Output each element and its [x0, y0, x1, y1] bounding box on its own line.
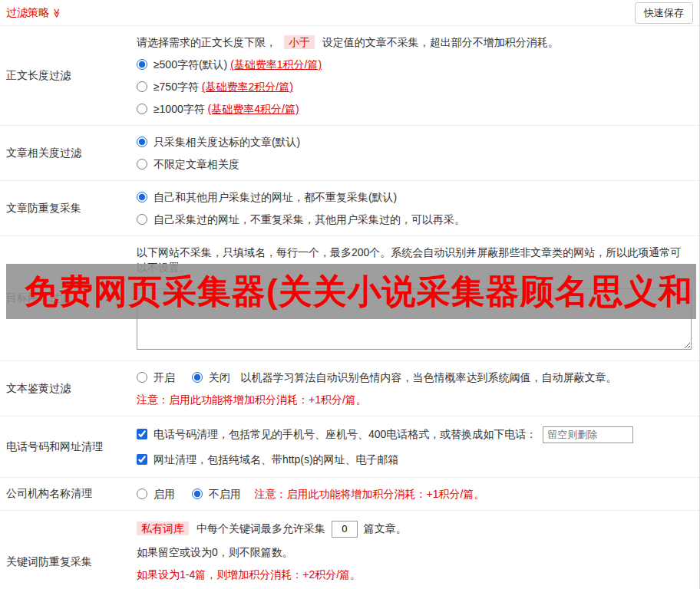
length-option-1000: ≥1000字符 (基础费率4积分/篇) — [137, 101, 692, 117]
keyword-note-cost: 如果设为1-4篇，则增加积分消耗：+2积分/篇。 — [137, 567, 692, 582]
length-filter-intro: 请选择需求的正文长度下限， 小于 设定值的文章不采集，超出部分不增加积分消耗。 — [137, 35, 692, 50]
relevance-option-any-label[interactable]: 不限定文章相关度 — [137, 158, 239, 170]
porn-off-text: 关闭 — [209, 371, 230, 383]
company-cleanup-note: 注意：启用此功能将增加积分消耗：+1积分/篇。 — [255, 488, 485, 500]
phone-cleanup-text: 电话号码清理，包括常见的手机号、座机号、400电话格式，或替换成如下电话： — [154, 428, 537, 440]
porn-on-radio[interactable] — [137, 372, 147, 383]
url-cleanup-label[interactable]: 网址清理，包括纯域名、带http(s)的网址、电子邮箱 — [137, 453, 399, 466]
page-header: 过滤策略 ≫ 快速保存 — [0, 0, 699, 26]
company-off-radio[interactable] — [192, 489, 203, 499]
length-option-750-label[interactable]: ≥750字符 (基础费率2积分/篇) — [137, 81, 293, 93]
porn-on-text: 开启 — [154, 371, 175, 383]
replacement-phone-input[interactable] — [543, 426, 633, 443]
phone-cleanup-label[interactable]: 电话号码清理，包括常见的手机号、座机号、400电话格式，或替换成如下电话： — [137, 428, 540, 440]
row-keyword-dedupe: 关键词防重复采集 私有词库 中每个关键词最多允许采集 篇文章。 如果留空或设为0… — [0, 511, 699, 589]
relevance-option-strict: 只采集相关度达标的文章(默认) — [137, 134, 692, 150]
length-option-500-radio[interactable] — [137, 59, 147, 70]
relevance-option-strict-label[interactable]: 只采集相关度达标的文章(默认) — [137, 136, 300, 148]
dedupe-option-own-text: 自己采集过的网址，不重复采集，其他用户采集过的，可以再采。 — [154, 213, 465, 225]
keyword-count-tail: 篇文章。 — [364, 522, 407, 535]
phone-url-label: 电话号码和网址清理 — [0, 416, 137, 477]
dedupe-option-all-label[interactable]: 自己和其他用户采集过的网址，都不重复采集(默认) — [137, 191, 397, 203]
row-dedupe: 文章防重复采集 自己和其他用户采集过的网址，都不重复采集(默认) 自己采集过的网… — [0, 181, 699, 236]
page-title-text: 过滤策略 — [6, 6, 49, 20]
filter-strategy-page: 过滤策略 ≫ 快速保存 正文长度过滤 请选择需求的正文长度下限， 小于 设定值的… — [0, 0, 700, 589]
private-lexicon-badge: 私有词库 — [137, 522, 189, 535]
dedupe-option-all: 自己和其他用户采集过的网址，都不重复采集(默认) — [137, 189, 692, 205]
keyword-note-unlimited: 如果留空或设为0，则不限篇数。 — [137, 545, 692, 560]
intro-highlight: 小于 — [284, 35, 315, 49]
url-cleanup-checkbox[interactable] — [137, 454, 147, 465]
dedupe-content: 自己和其他用户采集过的网址，都不重复采集(默认) 自己采集过的网址，不重复采集，… — [137, 181, 699, 235]
relevance-filter-label: 文章相关度过滤 — [0, 126, 137, 180]
porn-off-label[interactable]: 关闭 — [192, 371, 233, 383]
length-option-500: ≥500字符(默认) (基础费率1积分/篇) — [137, 57, 692, 72]
length-filter-label: 正文长度过滤 — [0, 26, 137, 125]
porn-off-radio[interactable] — [192, 372, 203, 383]
relevance-option-any-text: 不限定文章相关度 — [154, 158, 239, 170]
page-title[interactable]: 过滤策略 ≫ — [6, 6, 62, 20]
dedupe-option-all-radio[interactable] — [137, 192, 147, 202]
length-option-750-text: ≥750字符 — [154, 81, 202, 93]
row-company-cleanup: 公司机构名称清理 启用 不启用 注意：启用此功能将增加积分消耗：+1积分/篇。 — [0, 478, 699, 511]
company-cleanup-content: 启用 不启用 注意：启用此功能将增加积分消耗：+1积分/篇。 — [137, 478, 699, 510]
relevance-option-strict-radio[interactable] — [137, 137, 147, 147]
relevance-filter-content: 只采集相关度达标的文章(默认) 不限定文章相关度 — [137, 126, 699, 180]
watermark-overlay: 免费网页采集器(关关小说采集器顾名思义和 — [6, 264, 696, 319]
phone-url-content: 电话号码清理，包括常见的手机号、座机号、400电话格式，或替换成如下电话： 网址… — [137, 416, 699, 477]
phone-cleanup-line: 电话号码清理，包括常见的手机号、座机号、400电话格式，或替换成如下电话： — [137, 425, 692, 443]
keyword-dedupe-content: 私有词库 中每个关键词最多允许采集 篇文章。 如果留空或设为0，则不限篇数。 如… — [137, 511, 699, 589]
company-off-label[interactable]: 不启用 — [192, 488, 244, 500]
length-option-500-note: (基础费率1积分/篇) — [230, 58, 322, 71]
keyword-dedupe-label: 关键词防重复采集 — [0, 511, 137, 589]
length-option-750-note: (基础费率2积分/篇) — [202, 81, 293, 93]
relevance-option-strict-text: 只采集相关度达标的文章(默认) — [154, 136, 300, 148]
company-off-text: 不启用 — [209, 488, 241, 500]
dedupe-option-own-radio[interactable] — [137, 214, 147, 225]
relevance-option-any-radio[interactable] — [137, 159, 147, 169]
intro-after: 设定值的文章不采集，超出部分不增加积分消耗。 — [322, 36, 559, 48]
porn-filter-label: 文本鉴黄过滤 — [0, 361, 137, 416]
company-on-label[interactable]: 启用 — [137, 488, 178, 500]
quick-save-button[interactable]: 快速保存 — [635, 2, 693, 24]
watermark-text: 免费网页采集器(关关小说采集器顾名思义和 — [6, 269, 693, 314]
length-option-1000-note: (基础费率4积分/篇) — [208, 103, 299, 115]
row-target-site-filter: 目标网站过滤 以下网站不采集，只填域名，每行一个，最多200个。系统会自动识别并… — [0, 236, 699, 361]
row-phone-url-cleanup: 电话号码和网址清理 电话号码清理，包括常见的手机号、座机号、400电话格式，或替… — [0, 416, 699, 478]
dedupe-option-all-text: 自己和其他用户采集过的网址，都不重复采集(默认) — [154, 191, 397, 203]
chevron-down-icon: ≫ — [52, 8, 61, 18]
company-cleanup-line: 启用 不启用 注意：启用此功能将增加积分消耗：+1积分/篇。 — [137, 486, 692, 502]
company-on-radio[interactable] — [137, 489, 147, 499]
length-filter-content: 请选择需求的正文长度下限， 小于 设定值的文章不采集，超出部分不增加积分消耗。 … — [137, 26, 699, 125]
dedupe-label: 文章防重复采集 — [0, 181, 137, 235]
length-option-500-text: ≥500字符(默认) — [154, 58, 230, 71]
company-on-text: 启用 — [154, 488, 175, 500]
length-option-500-label[interactable]: ≥500字符(默认) (基础费率1积分/篇) — [137, 58, 322, 71]
keyword-count-input[interactable] — [332, 521, 358, 538]
porn-on-label[interactable]: 开启 — [137, 371, 178, 383]
length-option-1000-label[interactable]: ≥1000字符 (基础费率4积分/篇) — [137, 103, 299, 115]
relevance-option-any: 不限定文章相关度 — [137, 156, 692, 172]
porn-filter-options: 开启 关闭 以机器学习算法自动识别色情内容，当色情概率达到系统阈值，自动屏蔽文章… — [137, 370, 692, 385]
keyword-count-text: 中每个关键词最多允许采集 — [196, 522, 325, 535]
row-length-filter: 正文长度过滤 请选择需求的正文长度下限， 小于 设定值的文章不采集，超出部分不增… — [0, 26, 699, 126]
row-relevance-filter: 文章相关度过滤 只采集相关度达标的文章(默认) 不限定文章相关度 — [0, 126, 699, 181]
length-option-750: ≥750字符 (基础费率2积分/篇) — [137, 79, 692, 94]
keyword-count-line: 私有词库 中每个关键词最多允许采集 篇文章。 — [137, 519, 692, 538]
intro-before: 请选择需求的正文长度下限， — [137, 36, 276, 48]
company-cleanup-label: 公司机构名称清理 — [0, 478, 137, 510]
length-option-1000-radio[interactable] — [137, 104, 147, 114]
length-option-1000-text: ≥1000字符 — [154, 103, 208, 115]
porn-filter-note: 注意：启用此功能将增加积分消耗：+1积分/篇。 — [137, 392, 692, 407]
length-option-750-radio[interactable] — [137, 81, 147, 92]
phone-cleanup-checkbox[interactable] — [137, 429, 147, 439]
row-porn-filter: 文本鉴黄过滤 开启 关闭 以机器学习算法自动识别色情内容，当色情概率达到系统阈值… — [0, 361, 699, 416]
dedupe-option-own: 自己采集过的网址，不重复采集，其他用户采集过的，可以再采。 — [137, 212, 692, 227]
porn-filter-content: 开启 关闭 以机器学习算法自动识别色情内容，当色情概率达到系统阈值，自动屏蔽文章… — [137, 361, 699, 416]
url-cleanup-text: 网址清理，包括纯域名、带http(s)的网址、电子邮箱 — [154, 453, 399, 466]
porn-filter-desc: 以机器学习算法自动识别色情内容，当色情概率达到系统阈值，自动屏蔽文章。 — [241, 371, 617, 383]
url-cleanup-line: 网址清理，包括纯域名、带http(s)的网址、电子邮箱 — [137, 450, 692, 469]
dedupe-option-own-label[interactable]: 自己采集过的网址，不重复采集，其他用户采集过的，可以再采。 — [137, 213, 465, 225]
